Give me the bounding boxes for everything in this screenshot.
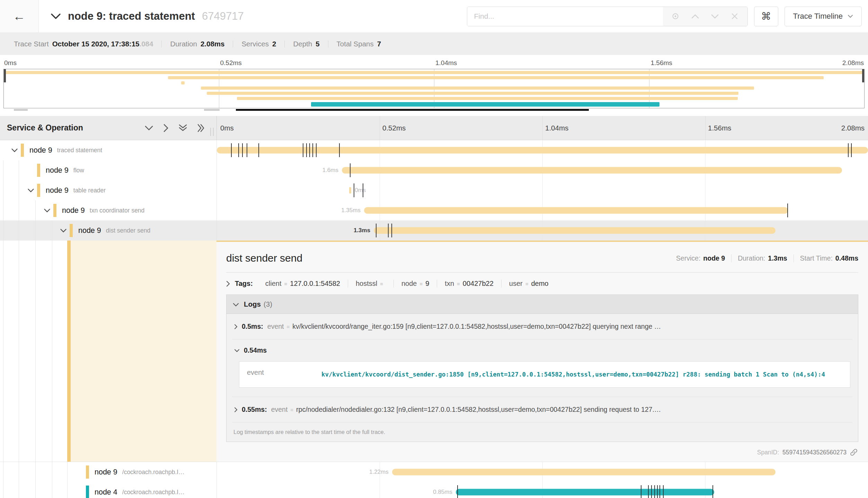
span-color-swatch — [86, 486, 89, 498]
logs-collapse-chevron-down-icon[interactable] — [233, 300, 239, 308]
span-timeline-cell[interactable]: 1.6ms — [216, 160, 868, 180]
service-operation-title: Service & Operation — [7, 123, 83, 133]
page-title: node 9: traced statement — [68, 10, 195, 22]
tree-guide-line — [3, 241, 3, 462]
span-timeline-cell[interactable]: 0ms — [216, 180, 868, 200]
copy-link-icon[interactable] — [850, 449, 858, 456]
span-name-cell[interactable]: node 9traced statement — [0, 140, 216, 160]
log-expand-chevron-right-icon[interactable] — [234, 324, 238, 329]
log-entry-2-header[interactable]: 0.54ms — [234, 346, 850, 354]
span-duration-bar[interactable] — [364, 207, 788, 214]
span-timeline-cell[interactable]: 1.3ms — [216, 220, 868, 241]
tag-item: txn=00427b22 — [437, 280, 501, 288]
stat-duration: Duration 2.08ms — [161, 40, 233, 48]
detail-duration-value: 1.3ms — [768, 254, 787, 262]
minimap-drag-handle[interactable] — [204, 109, 220, 111]
minimap-canvas[interactable] — [3, 69, 865, 108]
logs-title: Logs — [244, 300, 261, 308]
minimap-span-bar — [311, 102, 659, 107]
span-row[interactable]: node 9table reader0ms — [0, 180, 868, 200]
log-entry-3[interactable]: 0.55ms: event = rpc/nodedialer/nodediale… — [232, 397, 852, 423]
tag-item: node=9 — [393, 280, 437, 288]
span-name-cell[interactable]: node 9flow — [0, 160, 216, 180]
minimap-tick: 1.56ms — [651, 59, 672, 67]
span-duration-label: 0ms — [355, 187, 366, 194]
span-name-content: node 9traced statement — [0, 144, 102, 157]
span-duration-bar[interactable] — [456, 489, 714, 496]
timeline-gridline — [542, 180, 543, 200]
span-row[interactable]: node 9dist sender send1.3ms — [0, 220, 868, 241]
collapse-trace-chevron-icon[interactable] — [51, 13, 61, 19]
log-event-value: kv/kvclient/kvcoord/dist_sender.go:1850 … — [321, 369, 825, 380]
span-name-cell[interactable]: node 9txn coordinator send — [0, 200, 216, 220]
stat-value: 5 — [316, 40, 319, 48]
column-resizer-grip[interactable] — [210, 128, 214, 136]
detail-header: dist sender send Service: node 9 Duratio… — [226, 252, 858, 264]
span-timeline-cell[interactable]: 0.85ms — [216, 482, 868, 498]
back-button[interactable]: ← — [0, 0, 39, 33]
span-log-marker — [247, 143, 247, 157]
view-type-dropdown[interactable]: Trace Timeline — [785, 7, 862, 26]
span-name-cell[interactable]: node 9table reader — [0, 180, 216, 200]
span-collapse-chevron-icon[interactable] — [25, 188, 37, 193]
next-result-chevron-down-icon[interactable] — [705, 14, 725, 19]
span-timeline-cell[interactable]: 1.35ms — [216, 200, 868, 220]
expand-all-double-chevron-right-icon[interactable] — [197, 124, 205, 133]
span-row[interactable]: node 9txn coordinator send1.35ms — [0, 200, 868, 220]
span-color-swatch — [70, 224, 73, 237]
span-duration-bar[interactable] — [349, 187, 352, 194]
timeline-gridline — [380, 180, 380, 200]
minimap-tick: 0ms — [4, 59, 17, 67]
span-name-cell[interactable]: node 9dist sender send — [0, 220, 216, 241]
log-value: kv/kvclient/kvcoord/range_iter.go:159 [n… — [292, 323, 661, 331]
command-icon: ⌘ — [761, 10, 771, 22]
span-duration-bar[interactable] — [374, 227, 776, 234]
span-collapse-chevron-icon[interactable] — [8, 148, 21, 153]
span-duration-bar[interactable] — [392, 469, 776, 476]
clear-search-close-icon[interactable] — [725, 13, 745, 20]
span-row[interactable]: node 9traced statement — [0, 140, 868, 160]
span-name-content: node 9/cockroach.roachpb.I… — [0, 465, 185, 479]
minimap-view-range-line[interactable] — [236, 109, 589, 111]
keyboard-shortcuts-button[interactable]: ⌘ — [754, 7, 778, 26]
span-name-cell[interactable]: node 9/cockroach.roachpb.I… — [0, 462, 216, 482]
tags-row[interactable]: Tags: client=127.0.0.1:54582hostssl=node… — [226, 280, 858, 288]
span-duration-bar[interactable] — [217, 147, 868, 154]
span-collapse-chevron-icon[interactable] — [57, 228, 70, 233]
span-collapse-chevron-icon[interactable] — [41, 208, 53, 213]
logs-header[interactable]: Logs (3) — [227, 295, 858, 314]
log-value: rpc/nodedialer/nodedialer.go:132 [n9,cli… — [296, 406, 661, 414]
span-log-marker — [231, 143, 232, 157]
minimap-scrubber-right[interactable] — [862, 69, 864, 82]
span-operation-name: dist sender send — [106, 227, 150, 234]
span-name-cell[interactable]: node 4/cockroach.roachpb.I… — [0, 482, 216, 498]
span-log-marker — [242, 143, 243, 157]
focus-target-icon[interactable] — [666, 12, 685, 20]
span-id-value: 5597415943526560273 — [782, 449, 847, 456]
span-row[interactable]: node 9/cockroach.roachpb.I…1.22ms — [0, 462, 868, 482]
log-expand-chevron-right-icon[interactable] — [234, 407, 238, 413]
find-input[interactable] — [467, 7, 663, 26]
span-row[interactable]: node 9flow1.6ms — [0, 160, 868, 180]
collapse-one-chevron-down-icon[interactable] — [144, 125, 153, 131]
log-entry-2-expanded: 0.54ms event kv/kvclient/kvcoord/dist_se… — [232, 339, 852, 397]
timeline-tick: 1.04ms — [545, 124, 568, 132]
collapse-all-double-chevron-down-icon[interactable] — [178, 124, 187, 132]
span-timeline-cell[interactable] — [216, 140, 868, 160]
tags-expand-chevron-right-icon[interactable] — [226, 281, 230, 287]
span-log-marker — [663, 485, 664, 498]
tag-value: 127.0.0.1:54582 — [290, 280, 340, 288]
span-row[interactable]: node 4/cockroach.roachpb.I…0.85ms — [0, 482, 868, 498]
stat-value: October 15 2020, 17:38:15 — [52, 40, 140, 48]
span-duration-bar[interactable] — [342, 167, 842, 174]
span-timeline-cell[interactable]: 1.22ms — [216, 462, 868, 482]
timeline-header-row: Service & Operation 0ms 0.52ms 1.04 — [0, 116, 868, 140]
expand-one-chevron-right-icon[interactable] — [163, 124, 169, 133]
minimap-drag-handle[interactable] — [14, 109, 28, 111]
minimap-span-bar — [4, 71, 864, 74]
prev-result-chevron-up-icon[interactable] — [685, 14, 705, 19]
minimap-scrubber-left[interactable] — [4, 69, 6, 82]
log-collapse-chevron-down-icon[interactable] — [234, 349, 240, 352]
log-entry-1[interactable]: 0.5ms: event = kv/kvclient/kvcoord/range… — [232, 314, 852, 339]
detail-meta: Service: node 9 Duration: 1.3ms Start Ti… — [670, 254, 858, 262]
